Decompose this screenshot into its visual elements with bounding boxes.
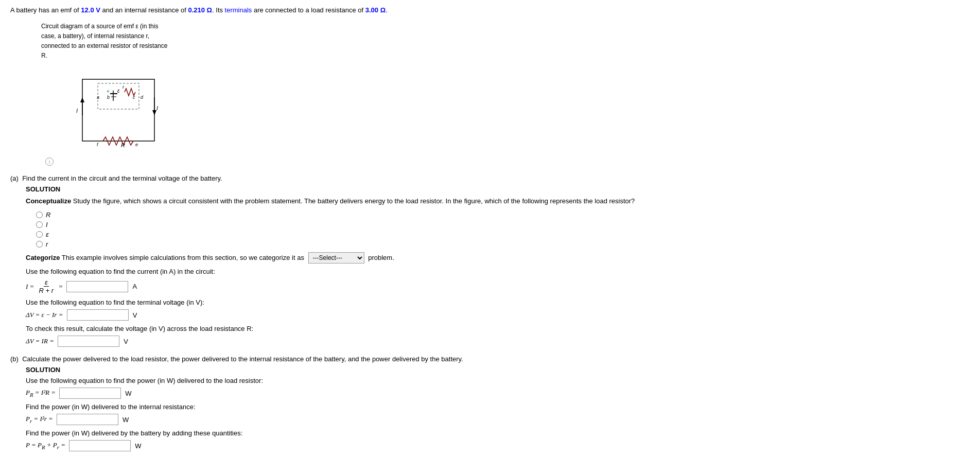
svg-text:+: + (107, 89, 110, 94)
categorize-text: Categorize This example involves simple … (26, 252, 970, 264)
terminal-voltage-input[interactable] (67, 309, 129, 321)
svg-text:f: f (97, 142, 99, 147)
equation2-line: ΔV = ε − Ir = V (26, 309, 970, 321)
terminal-voltage-unit: V (133, 311, 137, 319)
svg-marker-13 (80, 97, 84, 102)
power-battery-unit: W (135, 442, 141, 450)
b-equation3-instruction: Find the power (in W) delivered by the b… (26, 429, 970, 437)
svg-text:I: I (156, 105, 158, 111)
equation1-instruction: Use the following equation to find the c… (26, 268, 970, 275)
circuit-diagram: + r a b c d ε I I R f e (41, 64, 201, 156)
emf-value: 12.0 V (81, 6, 100, 14)
terminals-text: terminals (225, 6, 252, 14)
svg-text:r: r (122, 84, 125, 90)
svg-text:c: c (133, 95, 135, 100)
info-icon[interactable]: i (45, 157, 54, 166)
voltage-check-input[interactable] (58, 336, 119, 347)
load-resistor-options: R I ε r (36, 211, 970, 248)
b-equation3-line: P = PR + Pr = W (26, 440, 970, 451)
equation1-line: I = ε R + r = A (26, 278, 970, 294)
radio-epsilon[interactable] (36, 231, 43, 238)
b-equation1-instruction: Use the following equation to find the p… (26, 377, 970, 384)
svg-text:b: b (107, 95, 110, 100)
equation3-instruction: To check this result, calculate the volt… (26, 325, 970, 332)
b-equation2-instruction: Find the power (in W) delivered to the i… (26, 403, 970, 411)
svg-text:e: e (135, 142, 138, 147)
conceptualize-text: Conceptualize Study the figure, which sh… (26, 196, 970, 207)
power-battery-input[interactable] (69, 440, 131, 451)
svg-text:ε: ε (117, 88, 120, 94)
part-a-label: (a) Find the current in the circuit and … (10, 174, 970, 182)
radio-item-I[interactable]: I (36, 221, 970, 229)
equation2-instruction: Use the following equation to find the t… (26, 299, 970, 306)
power-load-input[interactable] (59, 388, 121, 399)
radio-item-r[interactable]: r (36, 240, 970, 248)
svg-marker-16 (152, 110, 156, 115)
svg-text:d: d (141, 95, 144, 100)
difficulty-select[interactable]: ---Select--- an analysis a simplificatio… (308, 252, 364, 264)
part-b-label: (b) Calculate the power delivered to the… (10, 355, 970, 363)
radio-r[interactable] (36, 241, 43, 248)
svg-text:I: I (76, 108, 78, 114)
power-internal-unit: W (122, 416, 129, 424)
current-input[interactable] (66, 281, 128, 292)
load-resistance-value: 3.00 Ω (365, 6, 386, 14)
current-unit: A (132, 283, 137, 290)
radio-R[interactable] (36, 212, 43, 218)
radio-item-epsilon[interactable]: ε (36, 231, 970, 238)
equation3-line: ΔV = IR = V (26, 336, 970, 347)
diagram-caption: Circuit diagram of a source of emf ε (in… (41, 22, 185, 61)
b-equation2-line: Pr = I²r = W (26, 414, 970, 425)
radio-item-R[interactable]: R (36, 211, 970, 219)
voltage-check-unit: V (124, 338, 128, 345)
b-equation1-line: PR = I²R = W (26, 388, 970, 399)
fraction-emf-R-r: ε R + r (38, 278, 55, 294)
diagram-container: Circuit diagram of a source of emf ε (in… (41, 22, 970, 167)
power-internal-input[interactable] (57, 414, 118, 425)
part-a: (a) Find the current in the circuit and … (10, 174, 970, 347)
svg-text:a: a (97, 95, 99, 100)
problem-statement: A battery has an emf of 12.0 V and an in… (10, 5, 970, 15)
radio-I[interactable] (36, 221, 43, 228)
power-load-unit: W (125, 390, 131, 397)
internal-resistance-value: 0.210 Ω (188, 6, 212, 14)
solution-label-a: SOLUTION (26, 185, 970, 193)
solution-label-b: SOLUTION (26, 366, 970, 374)
part-b: (b) Calculate the power delivered to the… (10, 355, 970, 451)
